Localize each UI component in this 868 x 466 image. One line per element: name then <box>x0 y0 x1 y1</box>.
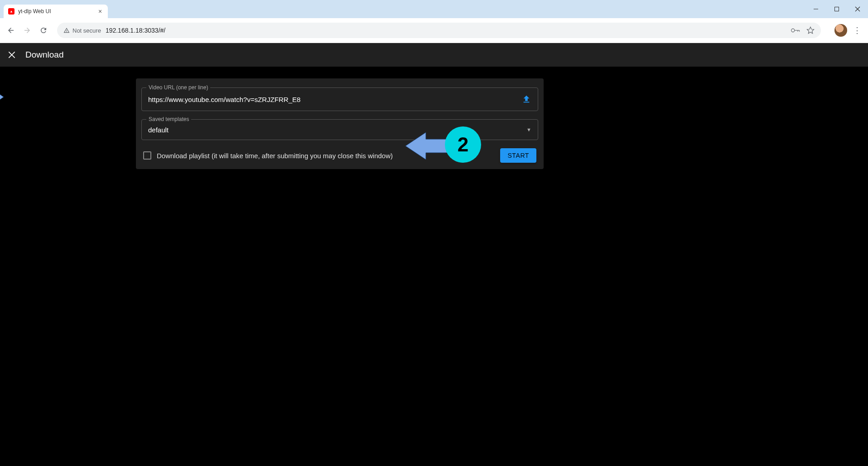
browser-tab-strip: yt-dlp Web UI × <box>0 4 868 18</box>
annotation-arrow-2-icon <box>405 130 451 162</box>
password-key-icon[interactable] <box>791 27 800 34</box>
playlist-checkbox[interactable] <box>143 151 151 160</box>
back-icon[interactable] <box>5 24 17 37</box>
playlist-checkbox-wrap[interactable]: Download playlist (it will take time, af… <box>143 151 393 160</box>
not-secure-label: Not secure <box>72 27 101 34</box>
tab-favicon-icon <box>8 8 14 15</box>
svg-marker-10 <box>0 83 4 111</box>
reload-icon[interactable] <box>37 24 50 37</box>
upload-icon[interactable] <box>521 94 531 104</box>
window-close-icon[interactable] <box>847 2 868 16</box>
warning-icon <box>63 27 70 34</box>
address-url: 192.168.1.18:3033/#/ <box>106 27 165 34</box>
template-select-label: Saved templates <box>146 116 191 122</box>
not-secure-badge: Not secure <box>63 27 101 34</box>
video-url-label: Video URL (one per line) <box>146 84 210 91</box>
close-dialog-icon[interactable] <box>6 49 17 60</box>
window-minimize-icon[interactable] <box>805 2 826 16</box>
browser-toolbar: Not secure 192.168.1.18:3033/#/ ⋮ <box>0 18 868 43</box>
forward-icon[interactable] <box>21 24 34 37</box>
svg-point-4 <box>791 29 795 32</box>
playlist-checkbox-label: Download playlist (it will take time, af… <box>157 152 393 160</box>
start-button[interactable]: START <box>500 148 536 163</box>
annotation-arrow-1-icon <box>0 81 4 113</box>
download-card: Video URL (one per line) Saved templates… <box>136 78 544 169</box>
kebab-menu-icon[interactable]: ⋮ <box>851 24 863 37</box>
svg-rect-1 <box>835 7 839 11</box>
tab-title: yt-dlp Web UI <box>18 8 93 15</box>
bookmark-star-icon[interactable] <box>806 26 815 34</box>
app-header: Download <box>0 43 868 67</box>
browser-tab[interactable]: yt-dlp Web UI × <box>4 5 108 18</box>
annotation-step-2: 2 <box>445 126 481 163</box>
video-url-input[interactable] <box>148 96 521 103</box>
page-title: Download <box>25 50 64 60</box>
chevron-down-icon: ▼ <box>526 127 531 132</box>
video-url-field[interactable]: Video URL (one per line) <box>141 87 538 111</box>
svg-marker-11 <box>405 132 451 160</box>
profile-avatar[interactable] <box>834 24 847 37</box>
tab-close-icon[interactable]: × <box>97 8 103 15</box>
address-bar[interactable]: Not secure 192.168.1.18:3033/#/ <box>57 23 821 38</box>
window-maximize-icon[interactable] <box>826 2 847 16</box>
